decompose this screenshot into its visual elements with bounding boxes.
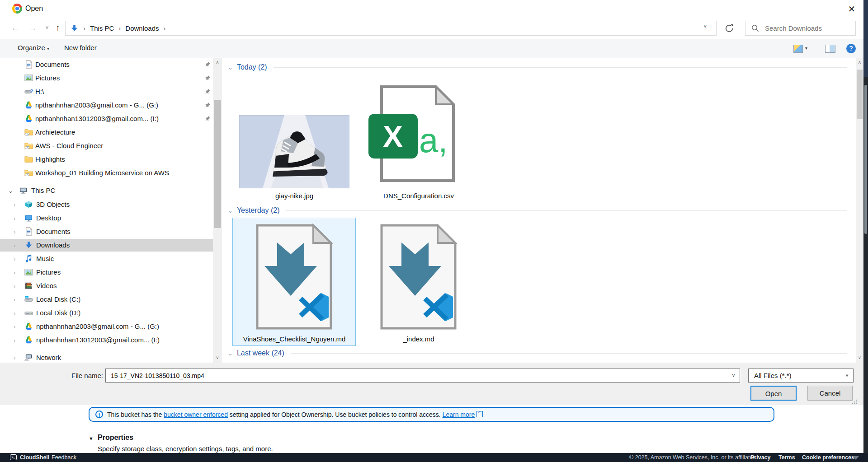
terms-link[interactable]: Terms <box>778 454 795 461</box>
sidebar-item-label: Documents <box>35 61 70 68</box>
sidebar-item-network[interactable]: ›Network <box>0 351 213 363</box>
chevron-right-icon[interactable]: › <box>14 355 15 361</box>
search-box[interactable] <box>745 21 856 36</box>
sidebar-item-npthanhnhan13012003-gmail-com-[interactable]: npthanhnhan13012003@gmail.com... (I:) <box>0 112 213 125</box>
file-name-label[interactable]: giay-nike.jpg <box>275 192 313 201</box>
collapse-triangle-icon[interactable]: ▼ <box>89 436 94 441</box>
excel-csv-file-icon[interactable]: Xa, <box>368 84 456 183</box>
sidebar-item-documents[interactable]: Documents <box>0 58 213 71</box>
sidebar-item-archietecture[interactable]: Archietecture <box>0 126 213 139</box>
forward-button[interactable]: → <box>26 21 39 35</box>
address-bar[interactable]: › This PC › Downloads › <box>65 21 717 36</box>
up-button[interactable]: ↑ <box>52 21 64 35</box>
sidebar-item-this-pc[interactable]: ⌄This PC <box>0 184 213 197</box>
markdown-file-icon[interactable] <box>255 224 333 330</box>
file-name-label[interactable]: DNS_Configuration.csv <box>383 192 454 201</box>
chevron-right-icon[interactable]: › <box>14 201 15 208</box>
group-header[interactable]: ⌄Today (2) <box>228 62 851 73</box>
cloudshell-button[interactable]: CloudShell <box>20 454 49 461</box>
cloudfolder-icon <box>24 128 33 136</box>
sidebar-item-workshop-01-building-microserv[interactable]: Workshop_01 Building Microservice on AWS <box>0 167 213 179</box>
sidebar-item-label: This PC <box>31 187 55 194</box>
sidebar-item-local-disk-d[interactable]: ›Local Disk (D:) <box>0 307 213 319</box>
chevron-right-icon[interactable]: › <box>14 283 15 289</box>
sidebar-item-aws-cloud-engineer[interactable]: AWS - Cloud Engineer <box>0 140 213 152</box>
file-list-scrollbar-thumb[interactable] <box>857 70 863 119</box>
breadcrumb-downloads[interactable]: Downloads <box>125 24 159 32</box>
chevron-down-icon: ⌄ <box>228 207 233 214</box>
chevron-right-icon[interactable]: › <box>14 323 15 330</box>
sidebar-item-label: Videos <box>36 282 57 289</box>
sidebar-item-npthanhnhan2003-gmail-com-g-g[interactable]: npthanhnhan2003@gmail.com - G... (G:) <box>0 99 213 112</box>
sidebar-item-highlights[interactable]: Highlights <box>0 153 213 166</box>
group-header[interactable]: ⌄Yesterday (2) <box>228 205 851 216</box>
navigation-sidebar: DocumentsPicturesH:\npthanhnhan2003@gmai… <box>0 58 213 363</box>
chevron-right-icon[interactable]: › <box>14 256 15 262</box>
sidebar-item-desktop[interactable]: ›Desktop <box>0 212 213 224</box>
sidebar-item-music[interactable]: ›Music <box>0 252 213 265</box>
view-mode-caret[interactable]: ▾ <box>805 46 807 51</box>
back-button[interactable]: ← <box>9 21 22 35</box>
group-header[interactable]: ⌄Last week (24) <box>228 348 851 359</box>
sidebar-item-pictures[interactable]: Pictures <box>0 72 213 84</box>
markdown-file-icon[interactable] <box>380 224 457 330</box>
sidebar-item-downloads[interactable]: ›Downloads <box>0 239 213 252</box>
background-scrollbar-thumb[interactable] <box>864 85 867 234</box>
close-icon[interactable]: ✕ <box>842 3 862 15</box>
cancel-button[interactable]: Cancel <box>807 386 853 401</box>
bucket-owner-enforced-link[interactable]: bucket owner enforced <box>164 411 228 418</box>
file-name-label[interactable]: VinaShoes_Checklist_Nguyen.md <box>243 335 346 344</box>
privacy-link[interactable]: Privacy <box>750 454 770 461</box>
search-input[interactable] <box>764 24 847 33</box>
sidebar-scrollbar[interactable]: ˄ ˅ <box>213 58 222 363</box>
resize-grip[interactable] <box>852 399 857 405</box>
disk-icon <box>24 308 33 317</box>
file-name-label[interactable]: _index.md <box>403 335 434 344</box>
chevron-right-icon[interactable]: › <box>14 215 15 222</box>
sidebar-item-videos[interactable]: ›Videos <box>0 280 213 292</box>
file-list-scrollbar[interactable]: ˄ ˅ <box>856 58 863 363</box>
chevron-right-icon[interactable]: › <box>14 242 15 249</box>
sidebar-item-pictures[interactable]: ›Pictures <box>0 266 213 279</box>
sidebar-item-npthanhnhan2003-gmail-com-g-g[interactable]: ›npthanhnhan2003@gmail.com - G... (G:) <box>0 320 213 333</box>
feedback-button[interactable]: Feedback <box>52 454 76 461</box>
chevron-right-icon[interactable]: › <box>14 337 15 344</box>
chevron-down-icon[interactable]: ˅ <box>732 373 735 379</box>
scroll-up-icon[interactable]: ˄ <box>213 58 222 67</box>
photo-thumbnail-shoe[interactable] <box>239 115 349 188</box>
view-mode-icon[interactable] <box>793 45 803 53</box>
breadcrumb-this-pc[interactable]: This PC <box>90 24 114 32</box>
background-window-edge <box>863 0 868 462</box>
preview-pane-icon[interactable] <box>825 45 835 53</box>
caret-down-icon: ▾ <box>47 46 49 51</box>
breadcrumb-separator: › <box>164 24 166 32</box>
scroll-down-icon[interactable]: ˅ <box>856 354 863 363</box>
chevron-right-icon[interactable]: › <box>14 310 15 317</box>
new-folder-button[interactable]: New folder <box>64 44 97 51</box>
sidebar-scrollbar-thumb[interactable] <box>214 100 221 228</box>
sidebar-item-h[interactable]: H:\ <box>0 85 213 98</box>
file-name-combo[interactable]: ˅ <box>105 369 740 383</box>
help-icon[interactable]: ? <box>846 44 856 53</box>
scroll-up-icon[interactable]: ˄ <box>856 58 863 67</box>
file-name-input[interactable] <box>110 372 732 380</box>
cookie-preferences-link[interactable]: Cookie preferences <box>802 454 854 461</box>
sidebar-item-label: Workshop_01 Building Microservice on AWS <box>35 169 169 177</box>
chevron-down-icon[interactable]: ⌄ <box>8 187 13 194</box>
open-button[interactable]: Open <box>750 386 797 401</box>
sidebar-item-3d-objects[interactable]: ›3D Objects <box>0 198 213 211</box>
scroll-down-icon[interactable]: ˅ <box>213 354 222 363</box>
sidebar-item-local-disk-c[interactable]: ›Local Disk (C:) <box>0 293 213 306</box>
chevron-right-icon[interactable]: › <box>14 269 15 276</box>
sidebar-item-npthanhnhan13012003-gmail-com-[interactable]: ›npthanhnhan13012003@gmail.com... (I:) <box>0 334 213 346</box>
file-type-select[interactable]: All Files (*.*) ˅ <box>748 369 854 383</box>
address-history-caret[interactable]: ˅ <box>703 23 707 30</box>
footer-caret-icon[interactable] <box>853 456 859 460</box>
cloudshell-icon[interactable]: >_ <box>10 454 17 460</box>
chevron-right-icon[interactable]: › <box>14 296 15 303</box>
refresh-icon[interactable] <box>722 22 736 35</box>
chevron-right-icon[interactable]: › <box>14 229 15 235</box>
learn-more-link[interactable]: Learn more <box>443 411 475 418</box>
organize-button[interactable]: Organize ▾ <box>18 44 49 51</box>
sidebar-item-documents[interactable]: ›Documents <box>0 225 213 238</box>
